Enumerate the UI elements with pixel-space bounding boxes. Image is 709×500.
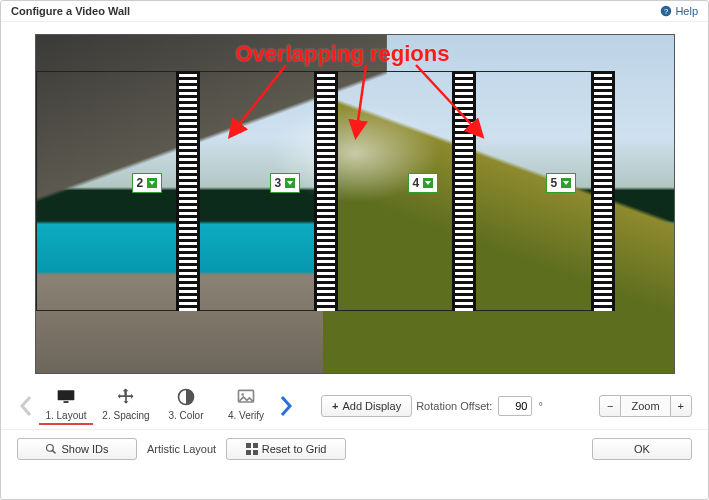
display-id-badge[interactable]: 4 (408, 173, 439, 193)
ok-button[interactable]: OK (592, 438, 692, 460)
video-wall-preview[interactable]: 2 3 4 5 Overlapping regions (35, 34, 675, 374)
plus-icon: + (332, 400, 338, 412)
zoom-out-button[interactable]: − (599, 395, 621, 417)
svg-text:?: ? (664, 7, 668, 16)
svg-point-6 (241, 393, 244, 396)
display-panel[interactable] (36, 71, 196, 311)
svg-rect-3 (64, 401, 69, 403)
svg-rect-9 (246, 443, 251, 448)
svg-rect-12 (253, 450, 258, 455)
move-icon (116, 387, 136, 407)
artistic-layout-label: Artistic Layout (147, 443, 216, 455)
display-panel[interactable] (452, 71, 612, 311)
show-ids-label: Show IDs (61, 443, 108, 455)
display-id: 5 (551, 176, 558, 190)
add-display-button[interactable]: + Add Display (321, 395, 412, 417)
help-label: Help (675, 5, 698, 17)
image-icon (236, 387, 256, 407)
minus-icon: − (607, 400, 613, 412)
display-panel[interactable] (314, 71, 474, 311)
display-id-badge[interactable]: 5 (546, 173, 577, 193)
annotation-text: Overlapping regions (236, 41, 450, 67)
dialog-title: Configure a Video Wall (11, 5, 130, 17)
chevron-down-icon (147, 178, 157, 188)
zoom-in-button[interactable]: + (670, 395, 692, 417)
svg-line-8 (53, 451, 56, 454)
overlap-region (314, 71, 338, 311)
help-link[interactable]: ? Help (660, 5, 698, 17)
overlap-region (591, 71, 615, 311)
chevron-down-icon (285, 178, 295, 188)
chevron-down-icon (561, 178, 571, 188)
rotation-unit: ° (538, 400, 542, 412)
step-label: 1. Layout (45, 410, 86, 421)
step-label: 4. Verify (228, 410, 264, 421)
svg-rect-2 (58, 390, 75, 400)
chevron-down-icon (423, 178, 433, 188)
chevron-left-icon (19, 395, 33, 417)
plus-icon: + (678, 400, 684, 412)
svg-point-7 (47, 445, 54, 452)
prev-step-button[interactable] (17, 390, 35, 422)
help-icon: ? (660, 5, 672, 17)
grid-icon (246, 443, 258, 455)
step-spacing[interactable]: 2. Spacing (99, 386, 153, 425)
step-tabs: 1. Layout 2. Spacing 3. Color 4. Verify (39, 386, 273, 425)
display-id: 2 (137, 176, 144, 190)
svg-rect-10 (253, 443, 258, 448)
search-icon (45, 443, 57, 455)
step-label: 2. Spacing (102, 410, 149, 421)
display-panel[interactable] (176, 71, 336, 311)
step-label: 3. Color (168, 410, 203, 421)
next-step-button[interactable] (277, 390, 295, 422)
overlap-region (176, 71, 200, 311)
contrast-icon (176, 387, 196, 407)
step-layout[interactable]: 1. Layout (39, 386, 93, 425)
add-display-label: Add Display (342, 400, 401, 412)
display-id: 3 (275, 176, 282, 190)
show-ids-button[interactable]: Show IDs (17, 438, 137, 460)
overlap-region (452, 71, 476, 311)
ok-label: OK (634, 443, 650, 455)
zoom-label: Zoom (621, 395, 669, 417)
zoom-controls: − Zoom + (599, 395, 692, 417)
chevron-right-icon (279, 395, 293, 417)
rotation-offset-label: Rotation Offset: (416, 400, 492, 412)
svg-rect-11 (246, 450, 251, 455)
display-id-badge[interactable]: 3 (270, 173, 301, 193)
step-verify[interactable]: 4. Verify (219, 386, 273, 425)
rotation-offset-input[interactable] (498, 396, 532, 416)
reset-to-grid-button[interactable]: Reset to Grid (226, 438, 346, 460)
reset-label: Reset to Grid (262, 443, 327, 455)
display-id-badge[interactable]: 2 (132, 173, 163, 193)
display-id: 4 (413, 176, 420, 190)
step-color[interactable]: 3. Color (159, 386, 213, 425)
monitor-icon (56, 387, 76, 407)
